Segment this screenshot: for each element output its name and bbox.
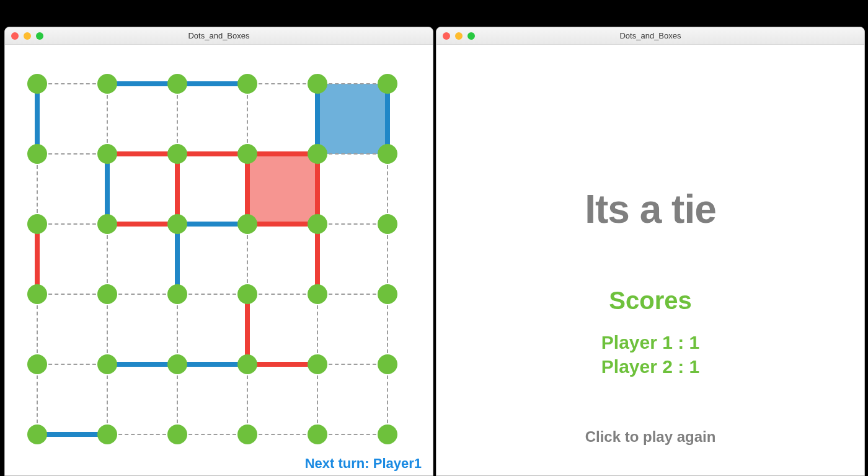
- grid-dot: [237, 284, 257, 304]
- grid-dot: [97, 214, 117, 234]
- h-edge[interactable]: [322, 434, 383, 435]
- grid-dot: [27, 144, 47, 164]
- window-controls: [443, 32, 475, 40]
- v-edge[interactable]: [37, 369, 38, 429]
- h-edge[interactable]: [252, 294, 312, 295]
- window-title: Dots_and_Boxes: [436, 31, 864, 40]
- grid-dot: [378, 424, 397, 444]
- grid-dot: [27, 74, 47, 94]
- h-edge[interactable]: [322, 223, 383, 225]
- grid-dot: [167, 144, 187, 164]
- close-icon[interactable]: [443, 32, 450, 40]
- h-edge[interactable]: [182, 434, 242, 435]
- play-again-label[interactable]: Click to play again: [436, 428, 864, 446]
- player1-score: Player 1 : 1: [436, 330, 864, 354]
- grid-dot: [97, 284, 117, 304]
- scores-heading: Scores: [436, 287, 864, 315]
- grid-dot: [308, 144, 327, 164]
- game-window: Dots_and_Boxes Next turn: Player1: [4, 27, 433, 476]
- grid-dot: [308, 74, 327, 94]
- h-edge[interactable]: [42, 223, 102, 225]
- grid-dot: [308, 424, 327, 444]
- grid-dot: [97, 354, 117, 374]
- h-edge[interactable]: [322, 294, 383, 295]
- result-headline: Its a tie: [436, 186, 864, 232]
- window-title: Dots_and_Boxes: [5, 31, 433, 40]
- v-edge[interactable]: [177, 89, 178, 149]
- box-fill: [247, 154, 317, 224]
- player2-score: Player 2 : 1: [436, 354, 864, 379]
- v-edge[interactable]: [107, 369, 108, 429]
- minimize-icon[interactable]: [24, 32, 31, 40]
- v-edge[interactable]: [37, 299, 38, 359]
- grid-dot: [308, 354, 327, 374]
- grid-dot: [27, 424, 47, 444]
- v-edge[interactable]: [317, 369, 318, 429]
- grid-dot: [237, 214, 257, 234]
- grid-dot: [308, 284, 327, 304]
- v-edge[interactable]: [107, 299, 108, 359]
- grid-dot: [27, 354, 47, 374]
- grid-dot: [167, 354, 187, 374]
- h-edge[interactable]: [42, 294, 102, 295]
- h-edge[interactable]: [322, 153, 383, 155]
- grid-dot: [237, 74, 257, 94]
- v-edge[interactable]: [387, 369, 388, 429]
- v-edge[interactable]: [317, 299, 318, 359]
- game-board[interactable]: [22, 68, 403, 450]
- grid-dot: [308, 214, 327, 234]
- grid-dot: [378, 74, 397, 94]
- grid-dot: [237, 144, 257, 164]
- grid-dot: [237, 424, 257, 444]
- grid-dot: [167, 284, 187, 304]
- h-edge[interactable]: [322, 364, 383, 365]
- h-edge[interactable]: [112, 294, 172, 295]
- h-edge[interactable]: [42, 364, 102, 365]
- result-area[interactable]: Its a tie Scores Player 1 : 1 Player 2 :…: [436, 45, 864, 475]
- turn-indicator: Next turn: Player1: [305, 456, 422, 472]
- zoom-icon[interactable]: [36, 32, 43, 40]
- grid-dot: [97, 74, 117, 94]
- grid-dot: [237, 354, 257, 374]
- v-edge[interactable]: [247, 89, 248, 149]
- grid-dot: [97, 424, 117, 444]
- h-edge[interactable]: [252, 434, 312, 435]
- grid-dot: [27, 284, 47, 304]
- grid-dot: [97, 144, 117, 164]
- v-edge[interactable]: [247, 229, 248, 289]
- titlebar: Dots_and_Boxes: [436, 27, 864, 45]
- grid-dot: [378, 284, 397, 304]
- v-edge[interactable]: [107, 89, 108, 149]
- grid-dot: [378, 354, 397, 374]
- v-edge[interactable]: [387, 159, 388, 219]
- h-edge[interactable]: [322, 83, 383, 84]
- result-window: Dots_and_Boxes Its a tie Scores Player 1…: [436, 27, 865, 476]
- h-edge[interactable]: [42, 83, 102, 84]
- v-edge[interactable]: [387, 299, 388, 359]
- v-edge[interactable]: [177, 299, 178, 359]
- close-icon[interactable]: [11, 32, 19, 40]
- grid-dot: [167, 214, 187, 234]
- window-controls: [11, 32, 43, 40]
- v-edge[interactable]: [177, 369, 178, 429]
- titlebar: Dots_and_Boxes: [5, 27, 433, 45]
- v-edge[interactable]: [247, 369, 248, 429]
- v-edge[interactable]: [37, 159, 38, 219]
- minimize-icon[interactable]: [455, 32, 463, 40]
- v-edge[interactable]: [387, 229, 388, 289]
- box-fill: [317, 84, 388, 154]
- game-area: Next turn: Player1: [5, 45, 433, 475]
- grid-dot: [27, 214, 47, 234]
- score-lines: Player 1 : 1 Player 2 : 1: [436, 330, 864, 379]
- grid-dot: [378, 144, 397, 164]
- zoom-icon[interactable]: [467, 32, 475, 40]
- grid-dot: [167, 74, 187, 94]
- v-edge[interactable]: [107, 229, 108, 289]
- grid-dot: [378, 214, 397, 234]
- h-edge[interactable]: [252, 83, 312, 84]
- h-edge[interactable]: [182, 294, 242, 295]
- h-edge[interactable]: [112, 434, 172, 435]
- h-edge[interactable]: [42, 153, 102, 155]
- grid-dot: [167, 424, 187, 444]
